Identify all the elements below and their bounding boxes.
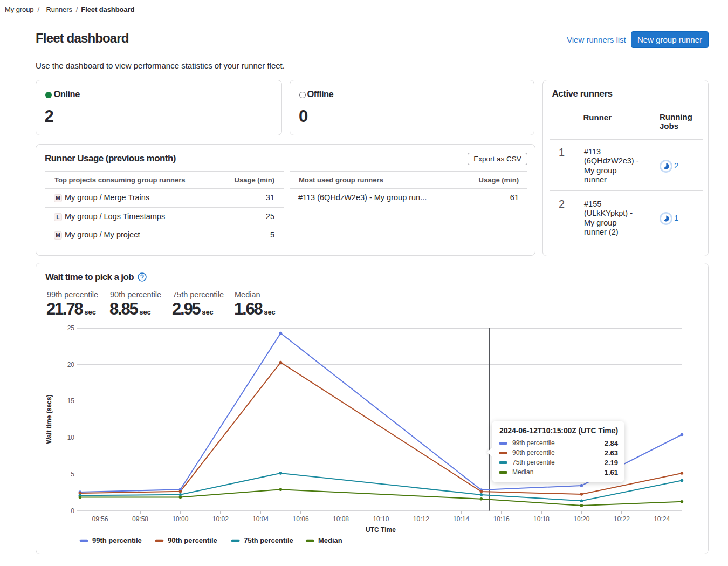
svg-text:25: 25 [67,324,75,332]
svg-text:10:02: 10:02 [212,515,229,523]
svg-text:99th percentile: 99th percentile [92,536,142,544]
svg-text:75th percentile: 75th percentile [244,536,293,544]
svg-text:10:16: 10:16 [493,515,510,523]
svg-text:10:10: 10:10 [373,515,389,523]
svg-text:09:58: 09:58 [132,515,148,523]
svg-text:10:04: 10:04 [252,515,269,523]
svg-text:10: 10 [67,434,75,441]
svg-text:Wait time (secs): Wait time (secs) [45,395,53,444]
svg-text:10:06: 10:06 [293,515,309,523]
svg-text:0: 0 [71,507,74,515]
svg-text:15: 15 [67,397,75,405]
svg-text:10:18: 10:18 [533,515,550,523]
svg-text:90th percentile: 90th percentile [168,536,217,544]
svg-text:09:56: 09:56 [92,515,108,523]
svg-text:10:08: 10:08 [333,515,349,523]
svg-text:Median: Median [318,536,342,544]
svg-text:10:14: 10:14 [453,515,469,523]
svg-text:5: 5 [71,470,74,478]
svg-text:10:12: 10:12 [413,515,429,523]
svg-text:10:22: 10:22 [614,515,630,523]
svg-text:UTC Time: UTC Time [366,526,396,534]
svg-text:10:24: 10:24 [654,515,670,523]
svg-text:20: 20 [67,361,75,369]
svg-text:10:20: 10:20 [573,515,589,523]
svg-text:10:00: 10:00 [172,515,188,523]
